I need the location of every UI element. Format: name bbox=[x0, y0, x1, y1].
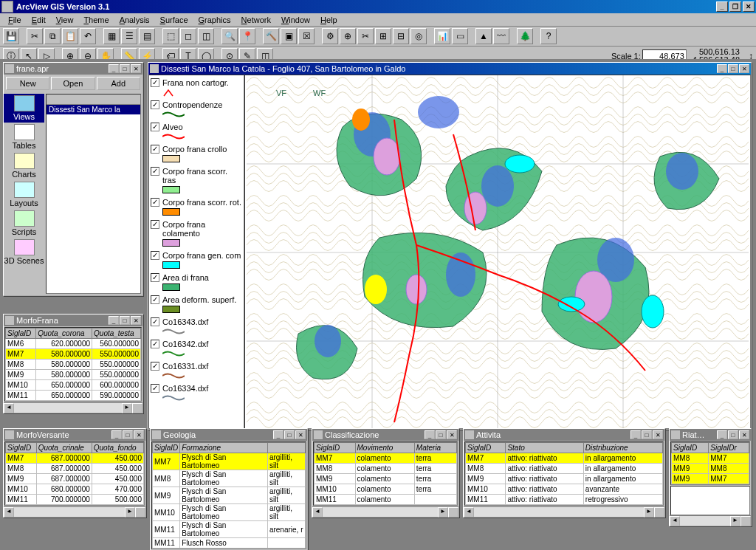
scroll-right-icon[interactable]: ► bbox=[122, 403, 132, 413]
menu-theme[interactable]: Theme bbox=[78, 15, 114, 25]
sidebar-item-layouts[interactable]: Layouts bbox=[4, 180, 44, 209]
table-row[interactable]: MM8Flysch di San Bartolomeoargilliti, si… bbox=[153, 470, 306, 487]
column-header[interactable]: SiglaID bbox=[6, 443, 37, 453]
data-table[interactable]: SiglaIDQuota_coronaQuota_testaMM6620.000… bbox=[5, 328, 141, 401]
add-button[interactable]: Add bbox=[97, 77, 140, 90]
column-header[interactable]: Quota_fondo bbox=[92, 443, 143, 453]
morfofrana-titlebar[interactable]: MorfoFrana _□✕ bbox=[4, 314, 142, 326]
table-row[interactable]: MM11650.000000590.000000 bbox=[6, 391, 141, 401]
data-table[interactable]: SiglaIDQuota_crinaleQuota_fondoMM7687.00… bbox=[5, 442, 144, 505]
project-titlebar[interactable]: frane.apr _ □ ✕ bbox=[4, 63, 142, 75]
table-row[interactable]: MM10attivo: riattivatoavanzante bbox=[466, 484, 663, 495]
table-row[interactable]: MM6620.000000560.000000 bbox=[6, 339, 141, 349]
table-row[interactable]: MM11colamento bbox=[315, 495, 457, 505]
map-canvas[interactable]: VF WF bbox=[244, 75, 751, 429]
menu-help[interactable]: Help bbox=[315, 15, 343, 25]
column-header[interactable]: Distribuzione bbox=[583, 443, 662, 453]
table-row[interactable]: MM8colamentoterra bbox=[315, 464, 457, 474]
restore-button[interactable]: ❐ bbox=[729, 1, 741, 12]
map-legend[interactable]: ✓Frana non cartogr.✓Contropendenze✓Alveo… bbox=[148, 75, 244, 429]
legend-checkbox[interactable]: ✓ bbox=[151, 362, 159, 371]
legend-checkbox[interactable]: ✓ bbox=[151, 100, 159, 109]
legend-item[interactable]: ✓Corpo frana gen. com bbox=[151, 251, 242, 269]
legend-checkbox[interactable]: ✓ bbox=[151, 123, 159, 131]
tb-find-icon[interactable]: 🔍 bbox=[221, 28, 238, 44]
tb-geoprocess-icon[interactable]: ⚙ bbox=[322, 28, 338, 44]
legend-checkbox[interactable]: ✓ bbox=[151, 384, 159, 393]
menu-file[interactable]: File bbox=[3, 15, 27, 25]
menu-window[interactable]: Window bbox=[276, 15, 315, 25]
tb-clear-icon[interactable]: ☒ bbox=[298, 28, 315, 44]
tb-locate-icon[interactable]: 📍 bbox=[239, 28, 255, 44]
menu-view[interactable]: View bbox=[51, 15, 79, 25]
table-row[interactable]: MM11Flusch Rosso bbox=[153, 538, 306, 549]
tb-clip-icon[interactable]: ✂ bbox=[357, 28, 374, 44]
table-row[interactable]: MM10650.000000600.000000 bbox=[6, 380, 141, 391]
scroll-left-icon[interactable]: ◄ bbox=[4, 403, 14, 413]
tb-paste-icon[interactable]: 📋 bbox=[62, 28, 78, 44]
tb-zoom-full-icon[interactable]: ⬚ bbox=[162, 28, 179, 44]
legend-checkbox[interactable]: ✓ bbox=[151, 317, 159, 326]
sidebar-item-charts[interactable]: Charts bbox=[4, 151, 44, 180]
legend-checkbox[interactable]: ✓ bbox=[151, 251, 159, 260]
data-table[interactable]: SiglaIDMovimentoMateriaMM7colamentoterra… bbox=[314, 442, 457, 505]
column-header[interactable]: SiglaID bbox=[466, 443, 506, 453]
project-list-item[interactable]: Dissesti San Marco la bbox=[47, 105, 140, 114]
tb-cut-icon[interactable]: ✂ bbox=[27, 28, 43, 44]
tb-query-icon[interactable]: 🔨 bbox=[263, 28, 279, 44]
legend-checkbox[interactable]: ✓ bbox=[151, 198, 159, 207]
legend-item[interactable]: ✓Contropendenze bbox=[151, 100, 242, 118]
legend-item[interactable]: ✓Frana non cartogr. bbox=[151, 78, 242, 96]
legend-item[interactable]: ✓Area di frana bbox=[151, 273, 242, 291]
table-row[interactable]: MM11700.000000500.000 bbox=[6, 495, 144, 505]
legend-item[interactable]: ✓Corpo frana colamento bbox=[151, 220, 242, 247]
proj-close-button[interactable]: ✕ bbox=[131, 64, 141, 73]
data-table[interactable]: SiglaIDSiglaIDrMM8MM7MM9MM8MM9MM7 bbox=[671, 442, 749, 484]
table-row[interactable]: MM9attivo: riattivatoin allargamento bbox=[466, 474, 663, 484]
table-row[interactable]: MM7687.000000450.000 bbox=[6, 453, 144, 464]
table-row[interactable]: MM9Flysch di San Bartolomeoargilliti, si… bbox=[153, 487, 306, 504]
legend-item[interactable]: ✓Co16334.dxf bbox=[151, 384, 242, 402]
data-table[interactable]: SiglaIDFormazioneMM7Flysch di San Bartol… bbox=[152, 442, 306, 549]
sidebar-item-scripts[interactable]: Scripts bbox=[4, 209, 44, 238]
sidebar-item-3dscenes[interactable]: 3D Scenes bbox=[4, 238, 44, 267]
close-button[interactable]: ✕ bbox=[743, 1, 755, 12]
legend-checkbox[interactable]: ✓ bbox=[151, 78, 159, 87]
column-header[interactable]: Stato bbox=[506, 443, 583, 453]
menu-graphics[interactable]: Graphics bbox=[193, 15, 236, 25]
tb-undo-icon[interactable]: ↶ bbox=[80, 28, 96, 44]
table-row[interactable]: MM10680.000000470.000 bbox=[6, 484, 144, 495]
project-list[interactable]: Dissesti San Marco la bbox=[46, 94, 141, 294]
menu-edit[interactable]: Edit bbox=[27, 15, 51, 25]
legend-checkbox[interactable]: ✓ bbox=[151, 220, 159, 229]
tb-chart-icon[interactable]: 📊 bbox=[434, 28, 450, 44]
tb-layout-icon[interactable]: ▭ bbox=[452, 28, 468, 44]
legend-item[interactable]: ✓Corpo frana scorr. rot. bbox=[151, 198, 242, 216]
table-row[interactable]: MM8MM7 bbox=[672, 453, 749, 464]
tb-save-icon[interactable]: 💾 bbox=[3, 28, 19, 44]
tb-3d-icon[interactable]: ▲ bbox=[475, 28, 492, 44]
legend-item[interactable]: ✓Alveo bbox=[151, 123, 242, 140]
column-header[interactable]: Quota_crinale bbox=[36, 443, 92, 453]
column-header[interactable]: SiglaIDr bbox=[709, 443, 749, 453]
column-header[interactable]: Materia bbox=[414, 443, 456, 453]
tb-select-icon[interactable]: ▣ bbox=[281, 28, 297, 44]
legend-checkbox[interactable]: ✓ bbox=[151, 273, 159, 282]
tb-network-icon[interactable]: 🌲 bbox=[517, 28, 533, 44]
legend-item[interactable]: ✓Co16331.dxf bbox=[151, 362, 242, 379]
column-header[interactable]: Formazione bbox=[180, 443, 268, 453]
map-titlebar[interactable]: Dissesti San Marco la Catola - Foglio 40… bbox=[148, 63, 751, 75]
table-row[interactable]: MM8687.000000450.000 bbox=[6, 464, 144, 474]
tb-theme-icon[interactable]: ▦ bbox=[103, 28, 120, 44]
tb-zoom-sel-icon[interactable]: ◫ bbox=[198, 28, 214, 44]
table-row[interactable]: MM8580.000000550.000000 bbox=[6, 360, 141, 370]
table-row[interactable]: MM7Flysch di San Bartolomeoargilliti, si… bbox=[153, 453, 306, 470]
table-row[interactable]: MM9colamentoterra bbox=[315, 474, 457, 484]
legend-item[interactable]: ✓Co16342.dxf bbox=[151, 340, 242, 357]
legend-item[interactable]: ✓Corpo frana scorr. tras bbox=[151, 167, 242, 193]
column-header[interactable]: Quota_corona bbox=[36, 329, 92, 339]
tb-help-icon[interactable]: ? bbox=[540, 28, 557, 44]
data-table[interactable]: SiglaIDStatoDistribuzioneMM7attivo: riat… bbox=[465, 442, 663, 505]
table-row[interactable]: MM8attivo: riattivatoin allargamento bbox=[466, 464, 663, 474]
column-header[interactable]: Movimento bbox=[355, 443, 414, 453]
